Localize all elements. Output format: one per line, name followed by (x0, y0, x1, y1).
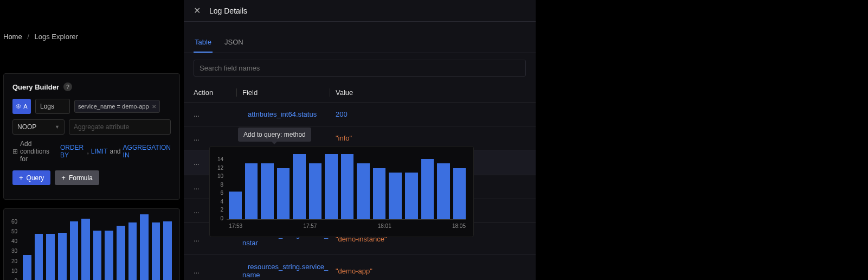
y-tick: 0 (221, 215, 224, 221)
cond-and: and (110, 148, 121, 155)
cond-orderby: ORDER BY (60, 144, 85, 159)
table-header: Action Field Value (184, 83, 536, 102)
bar (46, 234, 55, 280)
formula-btn-label: Formula (69, 174, 93, 182)
bar (152, 222, 160, 280)
action-menu[interactable]: ... (194, 267, 237, 275)
help-icon[interactable]: ? (63, 82, 72, 91)
y-tick: 60 (11, 219, 17, 225)
y-tick: 4 (221, 199, 224, 205)
bar (325, 154, 338, 219)
bar (309, 163, 322, 219)
table-row[interactable]: ...resources_string.service_name"demo-ap… (184, 254, 536, 280)
field-name[interactable]: attributes_int64.status (242, 110, 317, 118)
bar (105, 231, 113, 280)
x-tick: 18:01 (378, 223, 391, 229)
bar (245, 163, 258, 219)
x-tick: 18:05 (452, 223, 466, 229)
bar (117, 226, 125, 280)
y-tick: 6 (221, 190, 224, 196)
chip-remove-icon[interactable]: ✕ (152, 104, 156, 110)
y-tick: 10 (217, 173, 223, 179)
bar (293, 154, 306, 219)
action-menu[interactable]: ... (194, 110, 237, 118)
y-tick: 10 (11, 268, 17, 274)
query-index-badge[interactable]: A (12, 99, 31, 114)
x-tick: 17:53 (229, 223, 242, 229)
chart-bars (227, 154, 466, 220)
action-menu[interactable]: ... (194, 134, 237, 142)
bar (81, 219, 90, 280)
source-select[interactable]: Logs (35, 99, 70, 114)
chart-bars (21, 217, 172, 280)
y-tick: 14 (217, 156, 223, 162)
search-field-input[interactable] (194, 60, 526, 77)
bar (163, 221, 172, 280)
bar (70, 221, 79, 280)
log-details-modal: ✕ Log Details Table JSON Action Field Va… (183, 0, 536, 280)
bar (58, 233, 67, 280)
field-name[interactable]: resources_string.service_name (242, 263, 328, 279)
col-action-header: Action (194, 88, 237, 97)
bar (437, 163, 450, 219)
agg-label: NOOP (17, 123, 36, 131)
cond-aggint: AGGREGATION IN (123, 144, 171, 159)
y-tick: 20 (11, 258, 17, 264)
bar (261, 163, 274, 219)
filter-chip-label: service_name = demo-app (78, 103, 149, 110)
field-value: "demo-app" (330, 267, 526, 275)
y-axis: 6050403020100 (11, 219, 21, 280)
y-tick: 2 (221, 207, 224, 213)
cond-limit: LIMIT (91, 148, 108, 155)
bar (389, 173, 402, 219)
aggregation-select[interactable]: NOOP ▼ (12, 119, 65, 135)
y-tick: 12 (217, 165, 223, 171)
breadcrumb-home[interactable]: Home (3, 33, 22, 41)
tab-json[interactable]: JSON (223, 33, 245, 53)
chart-right: 14121086420 17:5317:5718:0118:05 (209, 146, 474, 237)
y-tick: 0 (15, 278, 18, 280)
breadcrumb: Home / Logs Explorer (0, 0, 183, 41)
query-builder-left: Query Builder ? A Logs service_name = de… (3, 73, 180, 200)
bar (421, 159, 434, 219)
tooltip: Add to query: method (238, 128, 311, 142)
qb-title: Query Builder (12, 83, 59, 91)
query-idx-label: A (23, 103, 27, 110)
svg-point-0 (18, 106, 20, 107)
bar (405, 173, 418, 219)
plus-square-icon: ⊞ (12, 148, 18, 155)
formula-button[interactable]: + Formula (55, 170, 99, 185)
plus-icon: + (19, 174, 23, 182)
x-axis: 17:5317:5718:0118:05 (227, 220, 466, 229)
close-icon[interactable]: ✕ (194, 5, 201, 16)
tab-table[interactable]: Table (194, 33, 213, 53)
field-value: "info" (330, 134, 526, 142)
bar (453, 168, 466, 219)
breadcrumb-sep: / (27, 33, 29, 41)
bar (373, 168, 386, 219)
y-axis: 14121086420 (217, 156, 227, 221)
bar (23, 255, 31, 280)
chart-left: 6050403020100 (3, 208, 180, 280)
col-value-header: Value (330, 88, 526, 97)
chevron-down-icon: ▼ (55, 124, 60, 130)
cond-prefix: Add conditions for (20, 140, 58, 163)
bar (128, 222, 137, 280)
x-tick: 17:57 (303, 223, 317, 229)
table-row[interactable]: ...attributes_int64.status200 (184, 102, 536, 126)
bar (140, 214, 149, 280)
bar (93, 231, 102, 280)
filter-chip[interactable]: service_name = demo-app ✕ (74, 100, 160, 113)
bar (341, 154, 354, 219)
col-field-header: Field (237, 88, 330, 97)
query-btn-label: Query (27, 174, 44, 182)
plus-icon: + (61, 174, 66, 182)
aggregate-attribute-input[interactable]: Aggregate attribute (69, 119, 171, 135)
bar (277, 168, 290, 219)
modal-title: Log Details (209, 7, 247, 15)
conditions-row[interactable]: ⊞ Add conditions for ORDER BY, LIMIT and… (12, 140, 171, 163)
bar (357, 163, 370, 219)
y-tick: 40 (11, 238, 17, 244)
query-button[interactable]: + Query (12, 170, 50, 185)
y-tick: 30 (11, 248, 17, 254)
